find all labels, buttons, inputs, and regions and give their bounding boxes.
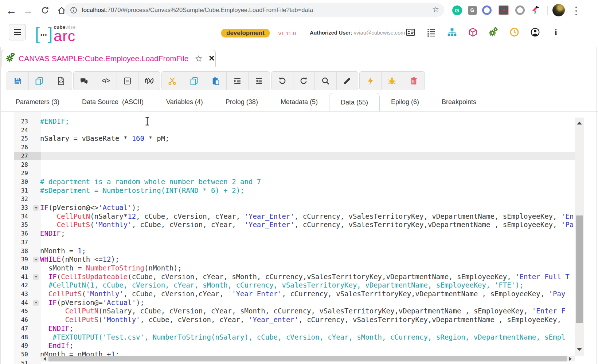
fold-toggle-icon[interactable] — [33, 205, 39, 211]
undo-button[interactable] — [271, 72, 293, 90]
edit-button[interactable] — [336, 72, 358, 90]
cut-button[interactable] — [162, 72, 183, 90]
delete-button[interactable] — [403, 72, 425, 90]
code-line: ENDIF; — [40, 324, 575, 333]
sitemap-icon[interactable] — [447, 27, 457, 37]
line-number: 35 — [11, 221, 28, 229]
comments-icon — [79, 76, 89, 86]
line-number: 33 — [11, 203, 28, 212]
process-tab-title: CANVAS SAMPLE:Cube.Employee.LoadFromFile — [19, 54, 188, 63]
process-tab[interactable]: CANVAS SAMPLE:Cube.Employee.LoadFromFile… — [1, 50, 216, 67]
site-info-icon[interactable] — [70, 6, 78, 14]
line-number: 30 — [11, 178, 28, 186]
grammarly-extension-icon[interactable]: G — [452, 5, 462, 15]
line-number: 27 — [11, 152, 28, 161]
logo-bracket: [ — [35, 23, 40, 44]
function-button[interactable]: f(x) — [138, 72, 160, 90]
scroll-down-icon[interactable] — [577, 348, 582, 351]
copy-button[interactable] — [28, 72, 50, 90]
line-number: 25 — [11, 134, 28, 143]
document-tab-row: CANVAS SAMPLE:Cube.Employee.LoadFromFile… — [0, 47, 598, 67]
vertical-scrollbar-thumb[interactable] — [576, 215, 583, 323]
fold-toggle-icon[interactable] — [33, 300, 39, 306]
collapse-button[interactable] — [117, 72, 138, 90]
indent-button[interactable] — [226, 72, 248, 90]
browser-forward-icon[interactable]: → — [22, 0, 34, 21]
browser-menu-icon[interactable] — [573, 6, 579, 16]
tab-variables-4[interactable]: Variables (4) — [155, 92, 214, 111]
info-icon[interactable]: i — [551, 27, 561, 37]
favorite-star-icon[interactable]: ☆ — [195, 54, 203, 64]
paste-button[interactable] — [205, 72, 227, 90]
editor-toolbar: </>f(x) — [7, 71, 425, 90]
logo-arc: arc — [54, 30, 75, 43]
arc-logo[interactable]: [•••] cubewise arc — [35, 23, 76, 44]
edit-icon — [343, 76, 352, 86]
toolbar-group — [161, 71, 270, 90]
save-icon — [13, 76, 22, 86]
code-line: CellPutN(nSalary*12, cCube, cVersion, cY… — [40, 212, 575, 221]
close-tab-icon[interactable]: × — [209, 54, 215, 63]
browser-back-icon[interactable]: ← — [5, 0, 17, 21]
line-number: 50 — [11, 350, 28, 359]
swirl-extension-icon[interactable] — [482, 5, 492, 15]
comments-button[interactable] — [74, 72, 95, 90]
svg-text:i: i — [555, 28, 557, 37]
search-button[interactable] — [314, 72, 336, 90]
environment-badge: development — [221, 29, 270, 37]
tab-prolog-38[interactable]: Prolog (38) — [214, 92, 269, 111]
line-number: 29 — [11, 169, 28, 178]
line-number: 34 — [11, 212, 28, 221]
ring-extension-icon[interactable] — [515, 5, 525, 15]
tab-parameters-3[interactable]: Parameters (3) — [4, 92, 71, 111]
horizontal-scrollbar-thumb[interactable] — [48, 356, 567, 361]
line-number: 46 — [11, 316, 28, 324]
list-icon[interactable] — [426, 27, 436, 37]
toolbar-group — [359, 71, 425, 90]
bird-extension-icon[interactable] — [531, 5, 541, 15]
cube-icon[interactable] — [468, 27, 478, 37]
code-line: CellPutS('Monthly', cCube, cVersion, cYe… — [40, 221, 575, 229]
user-circle-icon[interactable] — [530, 27, 540, 37]
outdent-button[interactable] — [248, 72, 270, 90]
line-number: 49 — [11, 341, 28, 350]
bookmark-star-icon[interactable]: ☆ — [432, 5, 439, 14]
scroll-left-icon[interactable] — [43, 357, 46, 361]
tab-metadata-5[interactable]: Metadata (5) — [269, 92, 329, 111]
redo-button[interactable] — [293, 72, 315, 90]
scroll-up-icon[interactable] — [577, 122, 582, 124]
line-number: 32 — [11, 195, 28, 203]
copy-button[interactable] — [183, 72, 205, 90]
line-number: 39 — [11, 255, 28, 264]
line-number: 45 — [11, 307, 28, 316]
tab-data-55[interactable]: Data (55) — [329, 93, 380, 112]
hamburger-menu-button[interactable] — [9, 24, 26, 40]
clock-icon[interactable] — [509, 27, 519, 37]
gears-icon[interactable] — [488, 27, 499, 37]
save-button[interactable] — [7, 72, 28, 90]
file-code-button[interactable] — [50, 72, 72, 90]
fold-toggle-icon[interactable] — [33, 257, 39, 262]
line-number: 38 — [11, 247, 28, 256]
code-line: ENDIF; — [40, 229, 575, 238]
copy-icon — [35, 76, 44, 86]
code-button[interactable]: </> — [95, 72, 117, 90]
acrobat-extension-icon[interactable]: A — [499, 5, 509, 15]
code-editor[interactable]: 23#ENDIF;2425nSalary = vBaseRate * 160 *… — [0, 111, 598, 364]
browser-profile-avatar[interactable] — [552, 4, 565, 16]
debug-button[interactable] — [381, 72, 403, 90]
line-number: 31 — [11, 186, 28, 195]
fold-toggle-icon[interactable] — [33, 274, 39, 280]
id-card-icon[interactable] — [405, 27, 415, 37]
file-code-icon — [56, 76, 66, 86]
g-square-extension-icon[interactable]: G — [467, 5, 477, 15]
tab-data-source-ascii[interactable]: Data Source (ASCII) — [71, 92, 155, 111]
function-icon: f(x) — [145, 78, 154, 84]
code-line: CellPutN(nSalary, cCube, cVersion, cYear… — [40, 307, 575, 316]
run-button[interactable] — [360, 72, 381, 90]
url-bar[interactable]: localhost:7070/#/process/Canvas%20Sample… — [65, 3, 444, 17]
browser-reload-icon[interactable] — [39, 0, 51, 21]
scroll-right-icon[interactable] — [569, 357, 572, 361]
tab-epilog-6[interactable]: Epilog (6) — [380, 92, 430, 111]
tab-breakpoints[interactable]: Breakpoints — [430, 92, 488, 111]
